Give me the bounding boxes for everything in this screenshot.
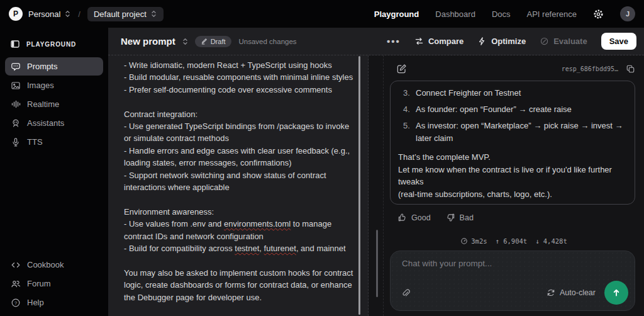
bad-button[interactable]: Bad: [446, 213, 474, 222]
waveform-icon: [11, 99, 21, 110]
list-item: 3. Connect Freighter on Testnet: [403, 87, 626, 99]
sidebar-item-assistants[interactable]: Assistants: [5, 114, 103, 132]
list-item-text: Connect Freighter on Testnet: [416, 87, 521, 99]
optimize-label: Optimize: [491, 37, 526, 46]
copy-icon[interactable]: [626, 64, 635, 74]
code-icon: [11, 260, 21, 270]
main-area: New prompt Draft Unsaved changes •••: [108, 28, 644, 316]
good-button[interactable]: Good: [397, 213, 431, 222]
select-chevrons-icon: [150, 9, 157, 18]
title-select-chevrons-icon[interactable]: [182, 37, 189, 46]
sidebar-item-help[interactable]: ? Help: [5, 293, 103, 312]
optimize-bolt-icon: [477, 37, 487, 46]
list-item-number: 3.: [403, 87, 416, 99]
bad-label: Bad: [460, 213, 474, 222]
list-item: 4. As founder: open “Founder” → create r…: [403, 103, 626, 116]
sidebar-item-label: Cookbook: [27, 260, 64, 269]
assistant-icon: [11, 118, 21, 128]
project-name: Default project: [94, 9, 147, 19]
sidebar: PLAYGROUND Prompts Images Realtime Assis…: [0, 28, 108, 316]
response-toolbar: resp_686fbdd95…: [396, 64, 635, 74]
save-button[interactable]: Save: [601, 33, 636, 50]
help-icon: ?: [11, 298, 21, 308]
thumbs-up-icon: [397, 213, 407, 222]
pane-divider[interactable]: [369, 55, 384, 316]
sidebar-footer: Cookbook Forum ? Help: [0, 255, 108, 312]
unsaved-changes-label: Unsaved changes: [239, 38, 297, 45]
image-icon: [11, 81, 21, 91]
send-button[interactable]: [604, 281, 628, 305]
feedback-row: Good Bad: [397, 213, 474, 222]
prompt-editor-text[interactable]: - Write idiomatic, modern React + TypeSc…: [124, 59, 359, 303]
assistant-message-paragraph: That’s the complete MVP. Let me know whe…: [398, 151, 626, 200]
thumbs-down-icon: [446, 213, 455, 222]
editor-scrollbar[interactable]: [358, 56, 360, 315]
sidebar-section-label: PLAYGROUND: [26, 41, 76, 48]
good-label: Good: [411, 213, 431, 222]
nav-dashboard[interactable]: Dashboard: [435, 9, 475, 19]
org-switcher[interactable]: Personal: [28, 9, 71, 19]
sidebar-item-cookbook[interactable]: Cookbook: [5, 256, 103, 274]
project-switcher[interactable]: Default project: [87, 7, 164, 21]
paperclip-icon[interactable]: [401, 288, 411, 298]
auto-clear-label: Auto-clear: [560, 288, 596, 297]
topbar: P Personal / Default project Playground …: [0, 0, 644, 28]
duration-stat: 3m2s: [460, 237, 487, 245]
org-avatar: P: [9, 7, 23, 21]
people-icon: [11, 279, 21, 289]
user-avatar[interactable]: J: [620, 6, 635, 21]
breadcrumb-separator: /: [78, 9, 80, 19]
list-item-text: As investor: open “Marketplace” → pick r…: [416, 120, 623, 144]
sidebar-item-label: Help: [27, 298, 44, 307]
sidebar-item-forum[interactable]: Forum: [5, 274, 103, 293]
compare-button[interactable]: Compare: [414, 37, 464, 46]
system-prompt-editor[interactable]: - Write idiomatic, modern React + TypeSc…: [108, 55, 369, 316]
chat-input[interactable]: [402, 259, 616, 284]
gear-icon[interactable]: [593, 9, 604, 20]
list-item-text: As founder: open “Founder” → create rais…: [416, 103, 572, 116]
gauge-icon: [460, 237, 468, 245]
microphone-icon: [11, 137, 21, 147]
sidebar-item-realtime[interactable]: Realtime: [5, 95, 103, 113]
optimize-button[interactable]: Optimize: [477, 37, 526, 46]
sidebar-item-prompts[interactable]: Prompts: [5, 57, 103, 76]
playground-app: P Personal / Default project Playground …: [0, 0, 644, 316]
sidebar-item-label: Images: [27, 81, 54, 90]
assistant-message: 3. Connect Freighter on Testnet 4. As fo…: [390, 81, 635, 205]
usage-stats: 3m2s ↑ 6,904t ↓ 4,428t: [384, 237, 644, 245]
sidebar-item-label: Realtime: [27, 99, 59, 109]
nav-docs[interactable]: Docs: [492, 9, 511, 19]
list-item-number: 4.: [403, 103, 416, 116]
list-item-number: 5.: [403, 120, 416, 144]
chat-input-box: Auto-clear: [390, 251, 635, 311]
page-title: New prompt: [121, 36, 175, 47]
duration-value: 3m2s: [471, 237, 487, 245]
evaluate-label: Evaluate: [553, 37, 587, 46]
more-icon[interactable]: •••: [387, 36, 401, 47]
evaluate-icon: [540, 37, 549, 46]
sidebar-item-label: TTS: [27, 137, 43, 147]
panel-icon: [10, 39, 20, 49]
sidebar-header: PLAYGROUND: [0, 28, 108, 57]
svg-text:?: ?: [14, 300, 18, 305]
select-chevrons-icon: [64, 9, 71, 18]
compare-label: Compare: [428, 37, 464, 46]
sidebar-item-label: Prompts: [27, 62, 57, 71]
evaluate-button[interactable]: Evaluate: [540, 37, 587, 46]
input-tokens-stat: ↑ 6,904t: [496, 237, 528, 245]
chat-bubble-icon: [11, 62, 21, 72]
output-tokens-stat: ↓ 4,428t: [535, 237, 567, 245]
chat-pane: resp_686fbdd95… 3. Connect Freighter on …: [384, 55, 644, 316]
sidebar-item-tts[interactable]: TTS: [5, 133, 103, 151]
compose-icon[interactable]: [396, 64, 407, 74]
draft-badge-label: Draft: [211, 38, 226, 45]
auto-clear-toggle[interactable]: Auto-clear: [547, 288, 596, 297]
sidebar-item-images[interactable]: Images: [5, 76, 103, 94]
prompt-content: - Write idiomatic, modern React + TypeSc…: [108, 55, 644, 316]
nav-playground[interactable]: Playground: [374, 9, 419, 19]
gutter-scrollbar[interactable]: [376, 230, 378, 297]
status-badge: Draft: [195, 36, 231, 47]
refresh-icon: [547, 288, 555, 297]
nav-api-reference[interactable]: API reference: [527, 9, 577, 19]
response-id: resp_686fbdd95…: [562, 65, 618, 72]
